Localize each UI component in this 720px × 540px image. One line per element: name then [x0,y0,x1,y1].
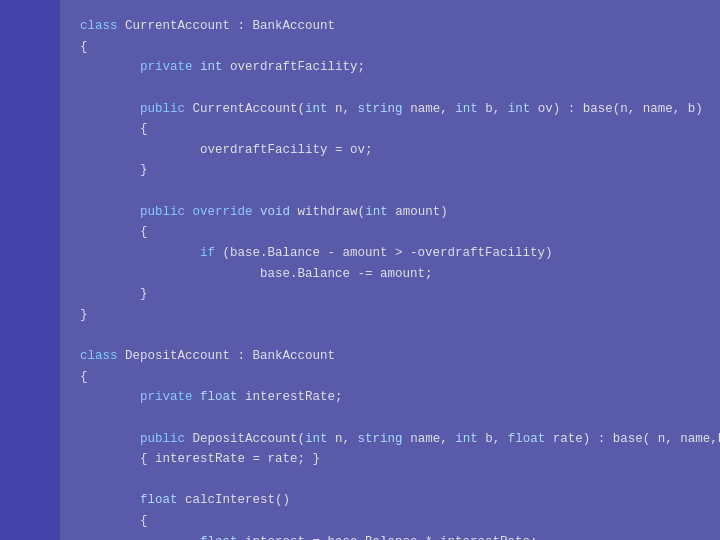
kw-private-2: private [140,390,193,404]
type-void-1: void [260,205,290,219]
main-container: class CurrentAccount : BankAccount { pri… [0,0,720,540]
kw-private-1: private [140,60,193,74]
type-float-3: float [140,493,178,507]
kw-class-2: class [80,349,118,363]
type-string-2: string [358,432,403,446]
field-1: overdraftFacility; [230,60,365,74]
type-int-2: int [305,102,328,116]
kw-class-1: class [80,19,118,33]
type-int-5: int [365,205,388,219]
kw-public-3: public [140,432,185,446]
kw-public-1: public [140,102,185,116]
field-2: interestRate; [245,390,343,404]
type-float-2: float [508,432,546,446]
type-int-3: int [455,102,478,116]
left-sidebar [0,0,60,540]
kw-public-2: public [140,205,185,219]
class-name-1: CurrentAccount [125,19,230,33]
method-calcinterest: calcInterest() [185,493,290,507]
method-withdraw: withdraw( [298,205,366,219]
base-class-1: BankAccount [253,19,336,33]
type-int-7: int [455,432,478,446]
type-int-4: int [508,102,531,116]
code-block: class CurrentAccount : BankAccount { pri… [80,16,720,540]
type-float-4: float [200,535,238,540]
kw-override-1: override [193,205,253,219]
kw-if-1: if [200,246,215,260]
type-float-1: float [200,390,238,404]
code-panel: class CurrentAccount : BankAccount { pri… [60,0,720,540]
type-int-6: int [305,432,328,446]
type-string-1: string [358,102,403,116]
type-int-1: int [200,60,223,74]
ctor-1: CurrentAccount( [193,102,306,116]
class-name-2: DepositAccount [125,349,230,363]
base-class-2: BankAccount [253,349,336,363]
ctor-2: DepositAccount( [193,432,306,446]
